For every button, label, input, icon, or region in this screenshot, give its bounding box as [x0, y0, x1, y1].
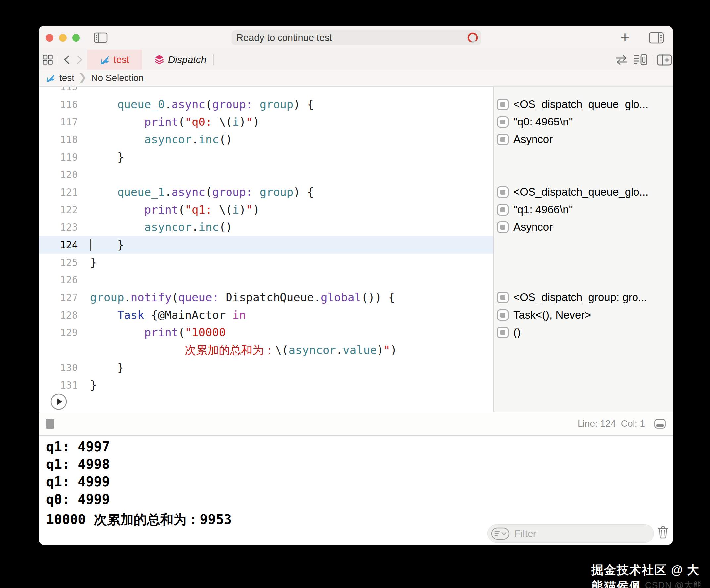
toggle-right-sidebar-icon[interactable]: [649, 32, 664, 44]
code-token: {: [144, 308, 158, 321]
line-number[interactable]: 123: [39, 219, 78, 236]
code-token: (): [219, 220, 233, 234]
code-line[interactable]: 131}: [39, 376, 493, 394]
console-output-line: 10000 次累加的总和为：9953: [46, 512, 232, 527]
code-text: }: [90, 376, 97, 394]
code-line[interactable]: 129 print("10000: [39, 324, 493, 341]
line-number[interactable]: 120: [39, 166, 78, 183]
zoom-window-button[interactable]: [72, 34, 80, 42]
code-line[interactable]: 次累加的总和为：\(asyncor.value)"): [39, 341, 493, 359]
console-output-line: q1: 4998: [46, 457, 110, 472]
breadcrumb-file[interactable]: test: [59, 73, 74, 83]
line-number[interactable]: 129: [39, 324, 78, 341]
code-line[interactable]: 120: [39, 166, 493, 183]
line-number[interactable]: 118: [39, 131, 78, 148]
code-token: @MainActor: [158, 308, 226, 321]
hide-debug-area-icon[interactable]: [654, 419, 666, 429]
code-line[interactable]: 122 print("q1: \(i)"): [39, 201, 493, 219]
line-number[interactable]: 115: [39, 87, 78, 96]
result-row: Task<(), Never>: [494, 309, 673, 321]
show-result-button[interactable]: [497, 187, 508, 198]
tab-dispatch-label: Dispatch: [168, 54, 207, 65]
go-forward-icon[interactable]: [75, 55, 84, 64]
editor-options-icon[interactable]: [634, 54, 647, 65]
tab-test[interactable]: test: [87, 50, 142, 70]
show-result-button[interactable]: [497, 292, 508, 303]
tab-overview-icon[interactable]: [43, 55, 53, 65]
swap-editors-icon[interactable]: [615, 55, 628, 65]
code-token: (): [219, 133, 233, 146]
clear-console-icon[interactable]: [657, 526, 669, 539]
code-token: }: [90, 255, 97, 269]
show-result-button[interactable]: [497, 116, 508, 128]
code-token: (: [178, 115, 185, 128]
code-token: group: [260, 186, 293, 199]
line-number[interactable]: 127: [39, 289, 78, 306]
code-text: asyncor.inc(): [90, 131, 233, 148]
line-number[interactable]: 130: [39, 359, 78, 376]
code-token: inc: [199, 220, 219, 234]
line-number[interactable]: 126: [39, 271, 78, 289]
code-line[interactable]: 121 queue_1.async(group: group) {: [39, 183, 493, 201]
playground-run-button[interactable]: [50, 393, 67, 410]
line-number[interactable]: 124: [39, 236, 78, 253]
line-number[interactable]: 121: [39, 183, 78, 201]
code-token: ()) {: [361, 291, 395, 304]
line-number[interactable]: 116: [39, 96, 78, 113]
code-line[interactable]: 128 Task {@MainActor in: [39, 306, 493, 324]
code-token: }: [90, 378, 97, 392]
stop-execution-icon[interactable]: [46, 419, 54, 429]
code-line[interactable]: 116 queue_0.async(group: group) {: [39, 96, 493, 113]
console-output-line: q1: 4999: [46, 474, 110, 489]
result-row: <OS_dispatch_queue_glo...: [494, 186, 673, 198]
code-line[interactable]: 124 }: [39, 236, 493, 253]
breadcrumb-selection[interactable]: No Selection: [91, 73, 144, 83]
go-back-icon[interactable]: [63, 55, 71, 64]
filter-input[interactable]: [514, 528, 641, 540]
result-row: "q1: 4966\n": [494, 204, 673, 216]
show-result-button[interactable]: [497, 204, 508, 216]
console-filter-field[interactable]: [488, 524, 654, 543]
code-line[interactable]: 117 print("q0: \(i)"): [39, 113, 493, 131]
show-result-button[interactable]: [497, 99, 508, 110]
line-number[interactable]: 128: [39, 306, 78, 324]
tab-bar: test Dispatch: [39, 50, 673, 70]
code-line[interactable]: 125}: [39, 253, 493, 271]
new-tab-button[interactable]: +: [618, 28, 632, 46]
code-text: Task {@MainActor in: [90, 306, 246, 324]
line-number[interactable]: 119: [39, 148, 78, 166]
code-text: queue_0.async(group: group) {: [90, 96, 314, 113]
tab-dispatch[interactable]: Dispatch: [148, 50, 213, 70]
show-result-button[interactable]: [497, 309, 508, 321]
close-window-button[interactable]: [46, 34, 53, 42]
code-line[interactable]: 126: [39, 271, 493, 289]
code-line[interactable]: 123 asyncor.inc(): [39, 219, 493, 236]
add-editor-icon[interactable]: [657, 54, 672, 66]
code-token: 次累加的总和为：: [185, 343, 275, 357]
code-token: queue_1: [117, 186, 165, 199]
line-number[interactable]: 117: [39, 113, 78, 131]
code-line[interactable]: 130 }: [39, 359, 493, 376]
line-number[interactable]: 122: [39, 201, 78, 219]
code-token: ): [239, 203, 246, 216]
code-line[interactable]: 115: [39, 87, 493, 96]
code-token: \(: [275, 343, 289, 357]
code-editor[interactable]: 115116 queue_0.async(group: group) {117 …: [39, 87, 493, 412]
code-token: [90, 98, 117, 111]
code-token: DispatchQueue.: [219, 291, 321, 304]
code-text: asyncor.inc(): [90, 219, 233, 236]
code-token: .: [165, 98, 171, 111]
code-line[interactable]: 119 }: [39, 148, 493, 166]
minimize-window-button[interactable]: [59, 34, 67, 42]
result-row: Asyncor: [494, 133, 673, 145]
toggle-left-sidebar-icon[interactable]: [94, 32, 108, 43]
show-result-button[interactable]: [497, 134, 508, 145]
line-number[interactable]: 125: [39, 253, 78, 271]
code-token: \(: [219, 203, 233, 216]
result-value: <OS_dispatch_queue_glo...: [513, 98, 648, 111]
show-result-button[interactable]: [497, 221, 508, 233]
line-number[interactable]: 131: [39, 376, 78, 394]
show-result-button[interactable]: [497, 327, 508, 338]
code-line[interactable]: 118 asyncor.inc(): [39, 131, 493, 148]
code-line[interactable]: 127group.notify(queue: DispatchQueue.glo…: [39, 289, 493, 306]
